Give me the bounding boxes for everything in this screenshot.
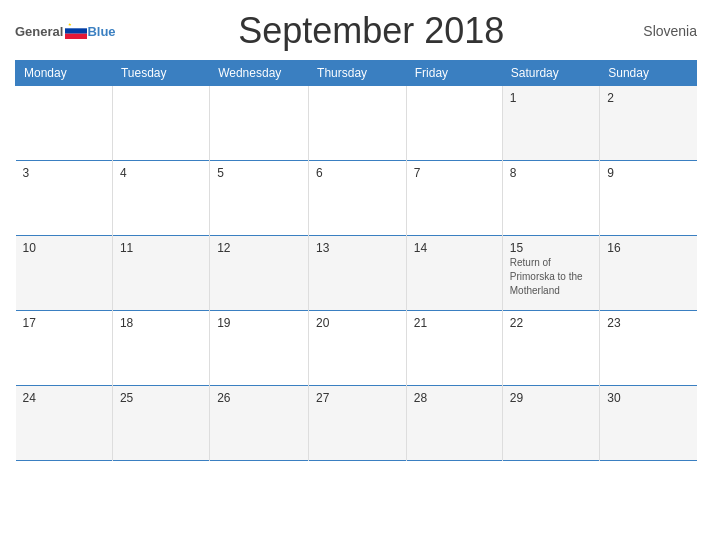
logo-flag-icon	[65, 23, 87, 39]
col-tuesday: Tuesday	[112, 61, 209, 86]
col-wednesday: Wednesday	[210, 61, 309, 86]
day-number: 5	[217, 166, 301, 180]
calendar-cell	[406, 86, 502, 161]
calendar-cell: 3	[16, 161, 113, 236]
day-number: 13	[316, 241, 399, 255]
day-number: 24	[23, 391, 105, 405]
calendar-cell: 20	[309, 311, 407, 386]
calendar-cell	[309, 86, 407, 161]
calendar-cell	[112, 86, 209, 161]
calendar-cell	[210, 86, 309, 161]
col-saturday: Saturday	[502, 61, 599, 86]
col-thursday: Thursday	[309, 61, 407, 86]
calendar-cell: 11	[112, 236, 209, 311]
calendar-cell: 1	[502, 86, 599, 161]
calendar-cell: 7	[406, 161, 502, 236]
day-number: 30	[607, 391, 689, 405]
day-number: 22	[510, 316, 592, 330]
day-number: 2	[607, 91, 689, 105]
calendar-cell: 29	[502, 386, 599, 461]
calendar-cell: 27	[309, 386, 407, 461]
calendar-cell	[16, 86, 113, 161]
day-number: 23	[607, 316, 689, 330]
calendar-cell: 9	[600, 161, 697, 236]
calendar-cell: 5	[210, 161, 309, 236]
calendar-cell: 30	[600, 386, 697, 461]
svg-rect-0	[65, 23, 87, 28]
day-number: 8	[510, 166, 592, 180]
calendar-cell: 18	[112, 311, 209, 386]
calendar-cell: 19	[210, 311, 309, 386]
day-number: 16	[607, 241, 689, 255]
calendar-cell: 13	[309, 236, 407, 311]
calendar-cell: 28	[406, 386, 502, 461]
svg-rect-1	[65, 28, 87, 33]
logo: General Blue	[15, 23, 116, 39]
day-number: 10	[23, 241, 105, 255]
col-sunday: Sunday	[600, 61, 697, 86]
col-monday: Monday	[16, 61, 113, 86]
calendar-cell: 25	[112, 386, 209, 461]
logo-blue-text: Blue	[87, 24, 115, 39]
day-number: 20	[316, 316, 399, 330]
day-number: 9	[607, 166, 689, 180]
col-friday: Friday	[406, 61, 502, 86]
calendar-cell: 22	[502, 311, 599, 386]
day-number: 4	[120, 166, 202, 180]
day-number: 26	[217, 391, 301, 405]
calendar-container: General Blue September 2018 Slovenia Mon…	[0, 0, 712, 550]
calendar-cell: 17	[16, 311, 113, 386]
calendar-table: Monday Tuesday Wednesday Thursday Friday…	[15, 60, 697, 461]
country-label: Slovenia	[627, 23, 697, 39]
calendar-cell: 23	[600, 311, 697, 386]
calendar-cell: 26	[210, 386, 309, 461]
calendar-cell: 16	[600, 236, 697, 311]
event-label: Return of Primorska to the Motherland	[510, 257, 583, 296]
day-number: 28	[414, 391, 495, 405]
day-number: 11	[120, 241, 202, 255]
svg-rect-2	[65, 34, 87, 39]
calendar-header: General Blue September 2018 Slovenia	[15, 10, 697, 52]
day-number: 12	[217, 241, 301, 255]
calendar-header-row: Monday Tuesday Wednesday Thursday Friday…	[16, 61, 697, 86]
day-number: 3	[23, 166, 105, 180]
calendar-cell: 24	[16, 386, 113, 461]
day-number: 1	[510, 91, 592, 105]
calendar-cell: 2	[600, 86, 697, 161]
day-number: 21	[414, 316, 495, 330]
calendar-cell: 14	[406, 236, 502, 311]
day-number: 15	[510, 241, 592, 255]
calendar-title: September 2018	[116, 10, 627, 52]
day-number: 18	[120, 316, 202, 330]
day-number: 7	[414, 166, 495, 180]
day-number: 6	[316, 166, 399, 180]
day-number: 17	[23, 316, 105, 330]
day-number: 29	[510, 391, 592, 405]
day-number: 19	[217, 316, 301, 330]
calendar-cell: 21	[406, 311, 502, 386]
logo-general-text: General	[15, 24, 63, 39]
calendar-cell: 10	[16, 236, 113, 311]
day-number: 27	[316, 391, 399, 405]
day-number: 14	[414, 241, 495, 255]
calendar-cell: 15Return of Primorska to the Motherland	[502, 236, 599, 311]
calendar-cell: 12	[210, 236, 309, 311]
day-number: 25	[120, 391, 202, 405]
calendar-cell: 6	[309, 161, 407, 236]
calendar-cell: 8	[502, 161, 599, 236]
calendar-cell: 4	[112, 161, 209, 236]
calendar-body: 123456789101112131415Return of Primorska…	[16, 86, 697, 461]
